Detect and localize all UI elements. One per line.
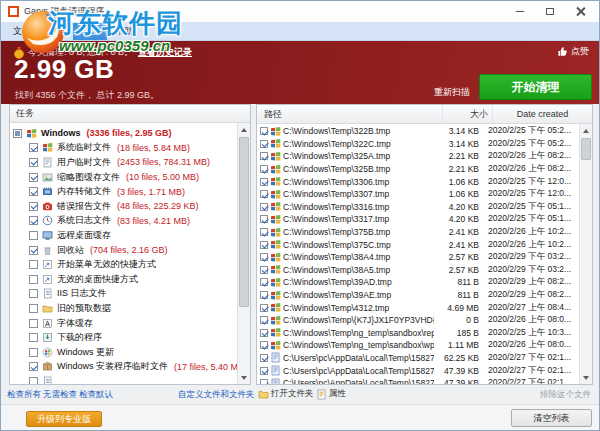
file-checkbox[interactable] (260, 127, 268, 135)
file-row-3[interactable]: C:\Windows\Temp\325B.tmp2.21 KB2020/2/26… (257, 163, 579, 176)
properties-link[interactable]: 属性 (316, 388, 346, 400)
tree-item-checkbox[interactable] (29, 202, 38, 211)
file-row-6[interactable]: C:\Windows\Temp\3316.tmp4.20 KB2020/2/25… (257, 201, 579, 214)
tree-item-7[interactable]: 远程桌面缓存 (10, 228, 237, 243)
tree-item-15[interactable]: Windows 更新 (10, 345, 237, 360)
scrollbar-thumb[interactable] (239, 137, 249, 307)
file-checkbox[interactable] (260, 152, 268, 160)
scroll-down-button[interactable] (580, 371, 592, 384)
tree-item-checkbox[interactable] (29, 143, 38, 152)
tree-item-checkbox[interactable] (29, 173, 38, 182)
minimize-button[interactable] (505, 1, 535, 22)
tree-item-checkbox[interactable] (29, 348, 38, 357)
column-path[interactable]: 路径 (257, 105, 443, 123)
tree-item-checkbox[interactable] (29, 187, 38, 196)
file-row-5[interactable]: C:\Windows\Temp\3307.tmp1.06 KB2020/2/25… (257, 188, 579, 201)
tree-item-checkbox[interactable] (29, 216, 38, 225)
file-checkbox[interactable] (260, 253, 268, 261)
file-checkbox[interactable] (260, 316, 268, 324)
file-row-11[interactable]: C:\Windows\Temp\38A5.tmp2.57 KB2020/2/29… (257, 264, 579, 277)
tree-item-12[interactable]: 旧的预取数据 (10, 301, 237, 316)
file-checkbox[interactable] (260, 140, 268, 148)
tree-item-14[interactable]: 下载的程序 (10, 330, 237, 345)
history-link[interactable]: 查看历史记录 (138, 47, 192, 57)
file-row-18[interactable]: C:\Users\pc\AppData\Local\Temp\158278...… (257, 352, 579, 365)
tree-item-checkbox[interactable] (29, 275, 38, 284)
file-row-19[interactable]: C:\Users\pc\AppData\Local\Temp\158278...… (257, 364, 579, 377)
menu-file[interactable]: 文件 (5, 23, 39, 40)
menu-help[interactable]: 帮助 (107, 23, 141, 40)
tree-item-0[interactable]: Windows(3336 files, 2.95 GB) (10, 126, 237, 141)
tree-item-checkbox[interactable] (29, 231, 38, 240)
tree-item-13[interactable]: 字体缓存 (10, 316, 237, 331)
file-row-8[interactable]: C:\Windows\Temp\375B.tmp2.41 KB2020/2/26… (257, 226, 579, 239)
check-all-link[interactable]: 检查所有 (7, 389, 41, 401)
file-row-1[interactable]: C:\Windows\Temp\322C.tmp3.14 KB2020/2/25… (257, 138, 579, 151)
tree-item-checkbox[interactable] (29, 319, 38, 328)
file-row-0[interactable]: C:\Windows\Temp\322B.tmp3.14 KB2020/2/25… (257, 125, 579, 138)
maximize-button[interactable] (535, 1, 565, 22)
file-row-10[interactable]: C:\Windows\Temp\38A4.tmp2.57 KB2020/2/29… (257, 251, 579, 264)
file-checkbox[interactable] (260, 354, 268, 362)
scroll-down-button[interactable] (238, 371, 250, 384)
tree-item-4[interactable]: 内存转储文件(3 files, 1.71 MB) (10, 184, 237, 199)
tree-item-16[interactable]: Windows 安装程序临时文件(17 files, 5.40 MB) (10, 360, 237, 375)
file-checkbox[interactable] (260, 178, 268, 186)
file-checkbox[interactable] (260, 165, 268, 173)
tree-item-checkbox[interactable] (29, 158, 38, 167)
tree-item-partial[interactable] (10, 374, 237, 384)
tree-scrollbar[interactable] (237, 123, 250, 384)
column-date[interactable]: Date created (493, 105, 592, 123)
tree-item-checkbox[interactable] (29, 362, 38, 371)
file-checkbox[interactable] (260, 190, 268, 198)
menu-view[interactable]: 视图 (73, 23, 107, 40)
tree-item-8[interactable]: 回收站(704 files, 2.16 GB) (10, 243, 237, 258)
file-row-14[interactable]: C:\Windows\Temp\4312.tmp4.69 MB2020/2/27… (257, 301, 579, 314)
column-size[interactable]: 大小 (443, 105, 493, 123)
file-row-2[interactable]: C:\Windows\Temp\325A.tmp2.21 KB2020/2/26… (257, 150, 579, 163)
file-row-15[interactable]: C:\Windows\Temp\{K7J}JX1F0YP3VHD{S`D...0… (257, 314, 579, 327)
check-default-link[interactable]: 检查默认 (79, 389, 113, 401)
scroll-up-button[interactable] (580, 124, 592, 137)
like-button[interactable]: 点赞 (557, 45, 589, 58)
file-row-16[interactable]: C:\Windows\Temp\ng_temp\sandbox\repo...1… (257, 327, 579, 340)
file-checkbox[interactable] (260, 241, 268, 249)
tree-item-checkbox[interactable] (29, 246, 38, 255)
check-none-link[interactable]: 无需检查 (43, 389, 77, 401)
start-clean-button[interactable]: 开始清理 (479, 74, 592, 100)
file-row-17[interactable]: C:\Windows\Temp\ng_temp\sandbox\wps...1.… (257, 339, 579, 352)
tree-item-checkbox[interactable] (29, 333, 38, 342)
close-button[interactable] (565, 1, 595, 22)
upgrade-pro-button[interactable]: 升级到专业版 (26, 411, 102, 427)
tree-item-10[interactable]: 无效的桌面快捷方式 (10, 272, 237, 287)
tree-item-checkbox[interactable] (29, 260, 38, 269)
scrollbar-thumb[interactable] (581, 138, 591, 160)
files-scrollbar[interactable] (579, 124, 592, 384)
tree-item-1[interactable]: 系统临时文件(18 files, 5.84 MB) (10, 141, 237, 156)
file-checkbox[interactable] (260, 379, 268, 384)
empty-list-button[interactable]: 清空列表 (511, 409, 592, 427)
tree-item-checkbox[interactable] (13, 129, 22, 138)
file-row-20[interactable]: C:\Users\pc\AppData\Local\Temp\158278...… (257, 377, 579, 384)
file-checkbox[interactable] (260, 228, 268, 236)
file-checkbox[interactable] (260, 203, 268, 211)
file-checkbox[interactable] (260, 291, 268, 299)
file-checkbox[interactable] (260, 329, 268, 337)
file-row-9[interactable]: C:\Windows\Temp\375C.tmp2.41 KB2020/2/26… (257, 238, 579, 251)
tree-item-5[interactable]: 错误报告文件(48 files, 225.29 KB) (10, 199, 237, 214)
tree-item-6[interactable]: 系统日志文件(83 files, 4.21 MB) (10, 214, 237, 229)
scroll-up-button[interactable] (238, 123, 250, 136)
exclude-file-link[interactable]: 排除这个文件 (540, 389, 591, 401)
file-checkbox[interactable] (260, 341, 268, 349)
open-folder-link[interactable]: 打开文件夹 (258, 388, 314, 400)
file-checkbox[interactable] (260, 304, 268, 312)
file-row-13[interactable]: C:\Windows\Temp\39AE.tmp811 B2020/2/29 上… (257, 289, 579, 302)
tree-item-checkbox[interactable] (29, 304, 38, 313)
file-row-7[interactable]: C:\Windows\Temp\3317.tmp4.20 KB2020/2/25… (257, 213, 579, 226)
file-checkbox[interactable] (260, 266, 268, 274)
tree-item-checkbox[interactable] (29, 377, 38, 384)
file-row-4[interactable]: C:\Windows\Temp\3306.tmp1.06 KB2020/2/25… (257, 175, 579, 188)
file-row-12[interactable]: C:\Windows\Temp\39AD.tmp811 B2020/2/29 上… (257, 276, 579, 289)
tree-item-3[interactable]: 缩略图缓存文件(10 files, 5.00 MB) (10, 170, 237, 185)
rescan-link[interactable]: 重新扫描 (434, 86, 470, 99)
